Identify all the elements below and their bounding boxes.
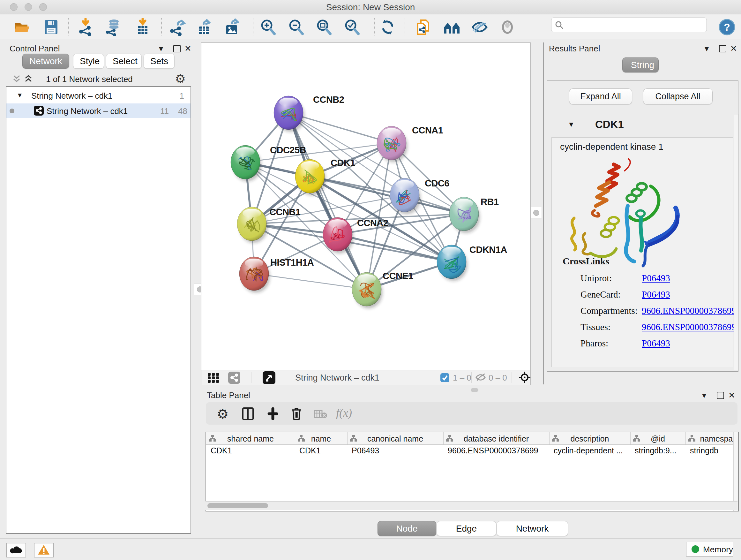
expand-all-button[interactable]: Expand All xyxy=(569,88,632,105)
table-cell[interactable]: 9606.ENSP00000378699 xyxy=(443,444,549,457)
network-options-gear-icon[interactable]: ⚙ xyxy=(175,72,186,86)
memory-button[interactable]: Memory xyxy=(686,542,733,557)
crosslink-link[interactable]: 9606.ENSP00000378699 xyxy=(642,306,736,316)
table-horizontal-scrollbar[interactable] xyxy=(205,501,738,510)
import-database-icon[interactable] xyxy=(105,18,122,36)
float-menu-icon[interactable]: ▾ xyxy=(702,391,706,399)
table-cell[interactable]: CDK1 xyxy=(206,444,295,457)
first-neighbors-icon[interactable] xyxy=(443,18,461,36)
table-cell[interactable]: P06493 xyxy=(347,444,443,457)
import-table-icon[interactable] xyxy=(134,18,151,36)
node-RB1[interactable] xyxy=(449,197,480,233)
column-header-description[interactable]: description xyxy=(549,432,630,444)
node-CDC6[interactable] xyxy=(390,178,421,214)
tab-style[interactable]: Style xyxy=(73,54,104,69)
search-field[interactable] xyxy=(551,17,707,32)
zoom-fit-icon[interactable] xyxy=(315,18,333,36)
node-CCNE1[interactable] xyxy=(352,272,383,308)
export-network-icon[interactable] xyxy=(168,18,186,36)
collapse-triangle-icon[interactable]: ▼ xyxy=(17,91,23,99)
export-image-icon[interactable] xyxy=(223,18,241,36)
window-title: Session: New Session xyxy=(0,2,741,12)
column-header--id[interactable]: @id xyxy=(630,432,686,444)
search-input[interactable] xyxy=(565,18,704,30)
float-menu-icon[interactable]: ▾ xyxy=(159,44,163,53)
network-graph[interactable]: CCNB2CCNA1CDC25BCDK1CDC6RB1CCNB1CCNA2CDK… xyxy=(201,43,530,370)
node-CDKN1A[interactable] xyxy=(437,245,468,281)
zoom-in-icon[interactable] xyxy=(259,18,277,36)
tab-string[interactable]: String xyxy=(622,57,659,72)
cloud-status-button[interactable] xyxy=(6,543,26,557)
node-CCNB2[interactable] xyxy=(274,96,305,132)
network-status-dot xyxy=(10,109,14,113)
node-HIST1H1A[interactable] xyxy=(239,257,270,293)
column-header-canonical-name[interactable]: canonical name xyxy=(347,432,444,444)
tab-sets[interactable]: Sets xyxy=(144,54,175,69)
collapse-all-button[interactable]: Collapse All xyxy=(643,88,713,105)
crosslink-link[interactable]: P06493 xyxy=(642,289,670,300)
float-panel-icon[interactable] xyxy=(717,392,724,399)
show-columns-icon[interactable] xyxy=(242,408,254,420)
node-CCNB1[interactable] xyxy=(237,207,268,243)
protein-section-header[interactable]: ▼ CDK1 xyxy=(547,114,738,137)
node-table[interactable]: shared namenamecanonical namedatabase id… xyxy=(205,432,739,511)
results-scrollbar[interactable] xyxy=(734,115,738,370)
network-row-selected[interactable]: String Network – cdk1 11 48 xyxy=(6,104,191,118)
protein-details: cyclin-dependent kinase 1 xyxy=(551,137,733,367)
tab-select[interactable]: Select xyxy=(106,54,142,69)
tab-edge-table[interactable]: Edge Table xyxy=(436,521,496,536)
float-menu-icon[interactable]: ▾ xyxy=(704,44,709,53)
float-panel-icon[interactable] xyxy=(173,45,181,52)
save-session-icon[interactable] xyxy=(42,18,60,36)
network-collection-row[interactable]: ▼ String Network – cdk1 1 xyxy=(6,89,191,104)
column-header-namespace[interactable]: namespace xyxy=(685,432,739,444)
column-header-name[interactable]: name xyxy=(295,432,347,444)
import-network-icon[interactable] xyxy=(77,18,95,36)
edge-CCNA2-CDKN1A[interactable] xyxy=(338,234,452,262)
open-session-icon[interactable] xyxy=(13,18,30,36)
crosslink-link[interactable]: P06493 xyxy=(642,273,670,284)
help-button[interactable]: ? xyxy=(719,19,735,36)
zoom-out-icon[interactable] xyxy=(287,18,305,36)
node-CCNA1[interactable] xyxy=(377,126,408,162)
fit-content-crosshair-icon[interactable] xyxy=(519,371,531,383)
close-panel-icon[interactable]: ✕ xyxy=(728,391,735,399)
table-settings-gear-icon[interactable]: ⚙ xyxy=(217,406,229,422)
show-hidden-icon[interactable] xyxy=(498,18,516,36)
birdseye-view-icon[interactable] xyxy=(263,371,275,384)
close-panel-icon[interactable]: ✕ xyxy=(730,44,737,53)
network-share-icon[interactable] xyxy=(228,372,240,384)
network-canvas[interactable]: CCNB2CCNA1CDC25BCDK1CDC6RB1CCNB1CCNA2CDK… xyxy=(201,43,531,385)
crosslink-link[interactable]: 9606.ENSP00000378699 xyxy=(642,322,736,332)
table-row[interactable]: CDK1CDK1P064939606.ENSP00000378699cyclin… xyxy=(206,444,739,457)
table-cell[interactable]: CDK1 xyxy=(295,444,347,457)
tab-network-table[interactable]: Network Table xyxy=(496,521,568,536)
float-panel-icon[interactable] xyxy=(719,45,726,52)
edge-CCNE1-HIST1H1A[interactable] xyxy=(254,273,367,289)
node-CDC25B[interactable] xyxy=(231,145,261,181)
crosslink-link[interactable]: P06493 xyxy=(642,338,670,349)
table-cell[interactable]: cyclin-dependent ... xyxy=(549,444,630,457)
node-CDK1[interactable] xyxy=(295,159,326,195)
create-column-icon[interactable] xyxy=(266,408,279,420)
table-cell[interactable]: stringdb xyxy=(685,444,739,457)
export-table-icon[interactable] xyxy=(195,18,213,36)
hide-selected-icon[interactable] xyxy=(471,18,488,36)
collapse-triangle-icon[interactable]: ▼ xyxy=(568,120,575,129)
grid-view-icon[interactable] xyxy=(207,372,221,383)
warning-status-button[interactable] xyxy=(34,543,54,557)
close-panel-icon[interactable]: ✕ xyxy=(185,44,192,53)
column-header-database-identifier[interactable]: database identifier xyxy=(443,432,549,444)
selected-checkbox-icon[interactable] xyxy=(440,373,450,382)
duplicate-network-icon[interactable] xyxy=(415,18,433,36)
scrollbar-thumb[interactable] xyxy=(207,503,268,508)
table-cell[interactable]: stringdb:9... xyxy=(630,444,685,457)
tab-node-table[interactable]: Node Table xyxy=(378,521,436,536)
delete-column-icon[interactable] xyxy=(290,407,303,421)
zoom-selected-icon[interactable] xyxy=(343,18,361,36)
column-header-shared-name[interactable]: shared name xyxy=(206,432,295,444)
table-vertical-scrollbar[interactable] xyxy=(733,432,738,511)
refresh-icon[interactable] xyxy=(378,18,396,36)
tab-network[interactable]: Network xyxy=(22,54,69,69)
right-splitter-handle[interactable] xyxy=(530,207,542,219)
